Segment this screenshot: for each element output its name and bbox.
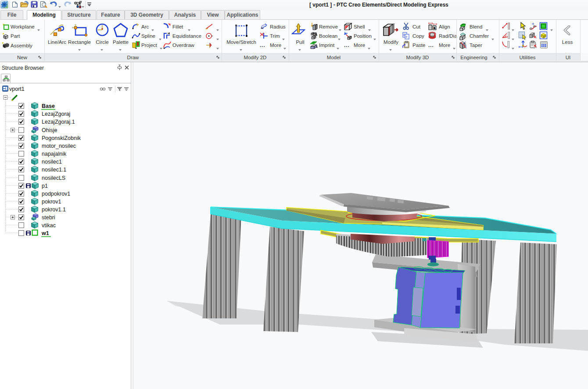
- svg-text:Ohisje: Ohisje: [42, 127, 57, 133]
- svg-text:Base: Base: [42, 103, 55, 109]
- svg-text:motor_nosilec: motor_nosilec: [42, 143, 76, 149]
- svg-text:PogonskiZobnik: PogonskiZobnik: [42, 135, 81, 141]
- svg-text:w1: w1: [41, 230, 49, 236]
- svg-text:a: a: [434, 26, 435, 29]
- svg-text:pokrov1.1: pokrov1.1: [42, 207, 66, 213]
- svg-text:nosilecLS: nosilecLS: [42, 175, 65, 181]
- svg-text:napajalnik: napajalnik: [42, 151, 67, 157]
- svg-text:stebri: stebri: [42, 214, 55, 221]
- svg-text:pokrov1: pokrov1: [42, 199, 61, 205]
- svg-text:p1: p1: [42, 183, 48, 189]
- svg-text:nosilec1.1: nosilec1.1: [42, 167, 66, 173]
- svg-text:vtikac: vtikac: [42, 222, 56, 228]
- svg-text:LezajZgoraj: LezajZgoraj: [42, 111, 70, 117]
- svg-text:E: E: [403, 33, 405, 36]
- svg-text:podpokrov1: podpokrov1: [42, 191, 70, 197]
- svg-text:LezajZgoraj.1: LezajZgoraj.1: [42, 119, 75, 125]
- svg-text:F: F: [406, 36, 408, 39]
- svg-text:nosilec1: nosilec1: [42, 159, 62, 165]
